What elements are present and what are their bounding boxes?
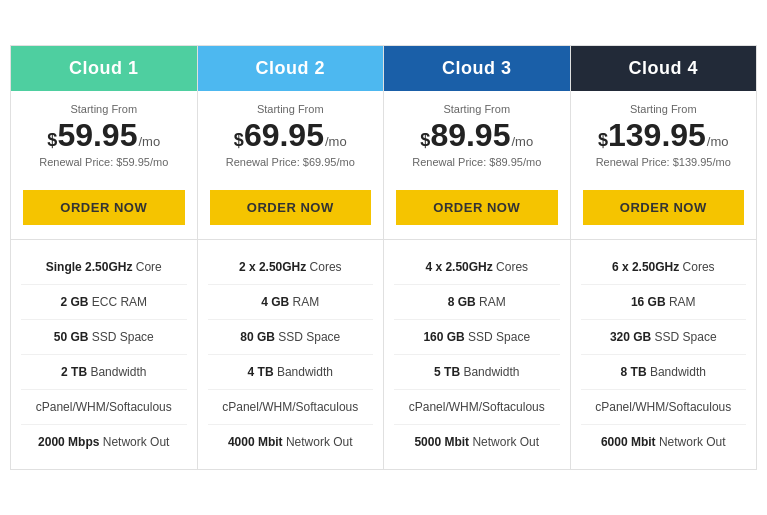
feature-row: cPanel/WHM/Softaculous — [394, 390, 560, 425]
dollar-sign: $ — [234, 129, 244, 152]
feature-row: 5000 Mbit Network Out — [394, 425, 560, 459]
feature-row: Single 2.50GHz Core — [21, 250, 187, 285]
price-line: $59.95/mo — [21, 119, 187, 152]
feature-row: 2000 Mbps Network Out — [21, 425, 187, 459]
starting-from-label: Starting From — [394, 103, 560, 115]
price-amount: 139.95 — [608, 119, 706, 151]
feature-row: 5 TB Bandwidth — [394, 355, 560, 390]
per-month-label: /mo — [138, 134, 160, 149]
renewal-price: Renewal Price: $69.95/mo — [208, 156, 374, 168]
plan-cloud1: Cloud 1Starting From$59.95/moRenewal Pri… — [11, 46, 198, 469]
feature-row: 16 GB RAM — [581, 285, 747, 320]
renewal-price: Renewal Price: $89.95/mo — [394, 156, 560, 168]
dollar-sign: $ — [420, 129, 430, 152]
price-amount: 59.95 — [57, 119, 137, 151]
feature-row: 2 x 2.50GHz Cores — [208, 250, 374, 285]
dollar-sign: $ — [598, 129, 608, 152]
feature-row: 8 GB RAM — [394, 285, 560, 320]
feature-row: 6 x 2.50GHz Cores — [581, 250, 747, 285]
feature-row: 320 GB SSD Space — [581, 320, 747, 355]
feature-row: 160 GB SSD Space — [394, 320, 560, 355]
plan-cloud2: Cloud 2Starting From$69.95/moRenewal Pri… — [198, 46, 385, 469]
per-month-label: /mo — [325, 134, 347, 149]
dollar-sign: $ — [47, 129, 57, 152]
order-now-button-cloud1[interactable]: ORDER NOW — [23, 190, 185, 225]
renewal-price: Renewal Price: $59.95/mo — [21, 156, 187, 168]
starting-from-label: Starting From — [21, 103, 187, 115]
feature-row: 4 GB RAM — [208, 285, 374, 320]
price-amount: 69.95 — [244, 119, 324, 151]
price-line: $89.95/mo — [394, 119, 560, 152]
feature-row: 4 TB Bandwidth — [208, 355, 374, 390]
plan-cloud3: Cloud 3Starting From$89.95/moRenewal Pri… — [384, 46, 571, 469]
order-now-button-cloud4[interactable]: ORDER NOW — [583, 190, 745, 225]
plan-pricing-cloud2: Starting From$69.95/moRenewal Price: $69… — [198, 91, 384, 182]
feature-row: 4000 Mbit Network Out — [208, 425, 374, 459]
plan-pricing-cloud4: Starting From$139.95/moRenewal Price: $1… — [571, 91, 757, 182]
feature-row: cPanel/WHM/Softaculous — [581, 390, 747, 425]
plan-cloud4: Cloud 4Starting From$139.95/moRenewal Pr… — [571, 46, 757, 469]
order-now-button-cloud2[interactable]: ORDER NOW — [210, 190, 372, 225]
plan-features-cloud2: 2 x 2.50GHz Cores4 GB RAM80 GB SSD Space… — [198, 240, 384, 469]
feature-row: 6000 Mbit Network Out — [581, 425, 747, 459]
feature-row: 8 TB Bandwidth — [581, 355, 747, 390]
feature-row: cPanel/WHM/Softaculous — [208, 390, 374, 425]
per-month-label: /mo — [511, 134, 533, 149]
plan-features-cloud3: 4 x 2.50GHz Cores8 GB RAM160 GB SSD Spac… — [384, 240, 570, 469]
plan-features-cloud1: Single 2.50GHz Core2 GB ECC RAM50 GB SSD… — [11, 240, 197, 469]
order-now-button-cloud3[interactable]: ORDER NOW — [396, 190, 558, 225]
renewal-price: Renewal Price: $139.95/mo — [581, 156, 747, 168]
price-amount: 89.95 — [430, 119, 510, 151]
price-line: $139.95/mo — [581, 119, 747, 152]
price-line: $69.95/mo — [208, 119, 374, 152]
feature-row: 2 GB ECC RAM — [21, 285, 187, 320]
plan-header-cloud4: Cloud 4 — [571, 46, 757, 91]
feature-row: 50 GB SSD Space — [21, 320, 187, 355]
feature-row: 80 GB SSD Space — [208, 320, 374, 355]
plan-header-cloud1: Cloud 1 — [11, 46, 197, 91]
plan-pricing-cloud3: Starting From$89.95/moRenewal Price: $89… — [384, 91, 570, 182]
plan-header-cloud2: Cloud 2 — [198, 46, 384, 91]
feature-row: 4 x 2.50GHz Cores — [394, 250, 560, 285]
feature-row: 2 TB Bandwidth — [21, 355, 187, 390]
pricing-table: Cloud 1Starting From$59.95/moRenewal Pri… — [10, 45, 757, 470]
starting-from-label: Starting From — [581, 103, 747, 115]
per-month-label: /mo — [707, 134, 729, 149]
plan-header-cloud3: Cloud 3 — [384, 46, 570, 91]
feature-row: cPanel/WHM/Softaculous — [21, 390, 187, 425]
plan-pricing-cloud1: Starting From$59.95/moRenewal Price: $59… — [11, 91, 197, 182]
starting-from-label: Starting From — [208, 103, 374, 115]
plan-features-cloud4: 6 x 2.50GHz Cores16 GB RAM320 GB SSD Spa… — [571, 240, 757, 469]
